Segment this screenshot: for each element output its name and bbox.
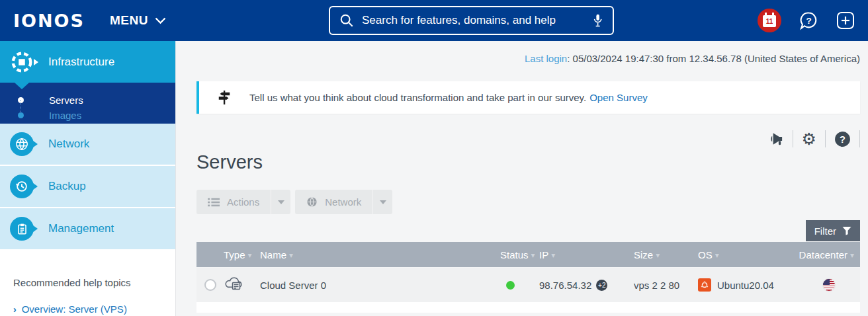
svg-text:?: ? <box>840 134 846 144</box>
advent-calendar-button[interactable]: 11 <box>758 9 781 32</box>
us-flag-icon <box>822 278 836 292</box>
column-header-datacenter[interactable]: Datacenter <box>797 249 860 260</box>
row-ip-cell: 98.76.54.32 +2 <box>539 280 634 291</box>
main-content: Last login: 05/03/2024 19:47:30 from 12.… <box>177 41 868 316</box>
infrastructure-icon <box>9 50 34 75</box>
column-header-type[interactable]: Type <box>224 249 260 260</box>
navbar-actions: 11 ? <box>758 0 855 41</box>
caret-down-icon <box>278 200 284 204</box>
sidebar-item-infrastructure[interactable]: Infrastructure <box>0 41 175 83</box>
filter-label: Filter <box>814 225 836 237</box>
server-name: Cloud Server 0 <box>260 280 500 291</box>
table-footer <box>196 302 860 313</box>
management-icon <box>10 217 34 241</box>
sidebar-item-network[interactable]: Network <box>0 124 175 166</box>
ubuntu-icon <box>698 278 711 292</box>
last-login-link[interactable]: Last login <box>525 53 567 64</box>
column-header-os[interactable]: OS <box>698 249 797 260</box>
filter-button[interactable]: Filter <box>806 220 860 241</box>
ip-address: 98.76.54.32 <box>539 280 591 291</box>
row-status-cell <box>500 281 539 290</box>
page-tools: ⚙ ? <box>196 130 860 148</box>
table-header: Type Name Status IP Size OS Datacenter <box>196 242 860 267</box>
help-button[interactable]: ? <box>834 131 851 147</box>
calendar-day: 11 <box>766 19 773 27</box>
network-button[interactable]: Network <box>295 190 372 214</box>
actions-dropdown-arrow[interactable] <box>271 190 290 214</box>
row-datacenter-cell <box>797 278 860 292</box>
sidebar-item-management[interactable]: Management <box>0 208 175 251</box>
sidebar-item-label: Backup <box>48 180 86 193</box>
question-circle-icon: ? <box>834 131 851 147</box>
plus-icon <box>836 11 855 30</box>
page-title: Servers <box>196 151 860 173</box>
column-label: Type <box>224 249 245 260</box>
search-input[interactable] <box>362 14 592 27</box>
svg-text:?: ? <box>806 16 811 26</box>
help-topics-heading: Recommended help topics <box>13 277 162 288</box>
sidebar-item-backup[interactable]: Backup <box>0 166 175 208</box>
help-topic-link[interactable]: › Overview: Server (VPS) <box>13 303 162 315</box>
chevron-down-icon <box>155 17 166 24</box>
network-label: Network <box>325 196 361 208</box>
sidebar-item-label: Management <box>48 222 114 235</box>
cloud-server-icon <box>224 276 243 292</box>
create-new-button[interactable] <box>836 11 855 30</box>
open-survey-link[interactable]: Open Survey <box>589 92 648 103</box>
actions-label: Actions <box>227 196 259 208</box>
settings-button[interactable]: ⚙ <box>802 131 816 147</box>
row-select-cell <box>196 279 224 291</box>
divider <box>825 130 826 147</box>
last-login: Last login: 05/03/2024 19:47:30 from 12.… <box>196 53 860 64</box>
column-header-name[interactable]: Name <box>260 249 500 260</box>
row-radio[interactable] <box>204 279 216 291</box>
help-chat-button[interactable]: ? <box>799 11 818 30</box>
announcements-button[interactable] <box>767 132 784 146</box>
actions-button[interactable]: Actions <box>196 190 271 214</box>
sidebar-subitem-images[interactable]: Images <box>0 108 175 123</box>
last-login-value: : 05/03/2024 19:47:30 from 12.34.56.78 (… <box>567 53 860 64</box>
globe-icon <box>306 196 318 208</box>
menu-label: MENU <box>110 13 148 28</box>
sidebar-subitem-servers[interactable]: Servers <box>0 93 175 108</box>
ip-more-badge[interactable]: +2 <box>596 280 607 291</box>
divider <box>793 130 793 147</box>
column-label: Status <box>500 249 529 260</box>
microphone-icon[interactable] <box>592 13 603 28</box>
column-header-status[interactable]: Status <box>500 249 539 260</box>
status-dot <box>506 281 515 290</box>
calendar-icon: 11 <box>763 15 776 27</box>
infrastructure-submenu: Servers Images <box>0 83 175 124</box>
survey-banner: Tell us what you think about cloud trans… <box>196 81 860 114</box>
survey-text: Tell us what you think about cloud trans… <box>249 92 586 103</box>
global-search <box>329 6 614 35</box>
filter-row: Filter <box>196 220 860 241</box>
column-header-size[interactable]: Size <box>634 249 698 260</box>
menu-button[interactable]: MENU <box>110 13 166 28</box>
column-label: Name <box>260 249 286 260</box>
bullet-icon <box>18 112 24 118</box>
chevron-right-icon: › <box>13 304 17 315</box>
top-navbar: IONOS MENU 11 ? <box>0 0 868 41</box>
column-label: Size <box>634 249 653 260</box>
help-topic-label: Overview: Server (VPS) <box>22 303 127 315</box>
help-topics-section: Recommended help topics › Overview: Serv… <box>0 251 175 315</box>
caret-down-icon <box>380 200 386 204</box>
backup-icon <box>10 175 34 198</box>
divider <box>859 130 860 147</box>
network-dropdown-arrow[interactable] <box>373 190 392 214</box>
row-os-cell: Ubuntu20.04 <box>698 278 797 292</box>
row-type-cell <box>224 276 260 294</box>
list-icon <box>208 198 220 207</box>
gear-icon: ⚙ <box>802 131 816 147</box>
sidebar-item-label: Infrastructure <box>48 56 114 69</box>
ionos-logo[interactable]: IONOS <box>13 11 85 31</box>
column-header-ip[interactable]: IP <box>539 249 634 260</box>
column-label: IP <box>539 249 548 260</box>
funnel-icon <box>842 226 851 235</box>
actions-split-button: Actions <box>196 190 290 214</box>
signpost-icon <box>217 89 232 106</box>
table-row[interactable]: Cloud Server 0 98.76.54.32 +2 vps 2 2 80… <box>196 268 860 302</box>
column-label: OS <box>698 249 713 260</box>
megaphone-icon <box>767 132 784 146</box>
